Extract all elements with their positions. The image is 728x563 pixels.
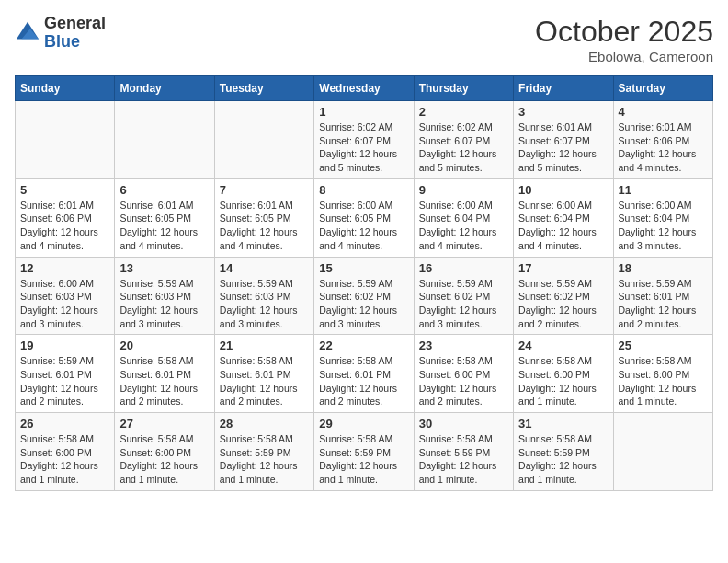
calendar-cell: 11Sunrise: 6:00 AM Sunset: 6:04 PM Dayli… [613, 178, 712, 257]
day-number: 26 [20, 417, 109, 431]
cell-info: Sunrise: 6:01 AM Sunset: 6:05 PM Dayligh… [220, 199, 309, 253]
week-row-2: 5Sunrise: 6:01 AM Sunset: 6:06 PM Daylig… [16, 178, 713, 257]
day-number: 25 [619, 339, 708, 352]
week-row-5: 26Sunrise: 5:58 AM Sunset: 6:00 PM Dayli… [16, 413, 713, 491]
calendar-cell: 9Sunrise: 6:00 AM Sunset: 6:04 PM Daylig… [414, 178, 513, 257]
cell-info: Sunrise: 6:01 AM Sunset: 6:06 PM Dayligh… [20, 199, 109, 253]
weekday-header-sunday: Sunday [16, 76, 115, 101]
calendar-table: SundayMondayTuesdayWednesdayThursdayFrid… [15, 75, 713, 491]
calendar-cell: 23Sunrise: 5:58 AM Sunset: 6:00 PM Dayli… [414, 335, 513, 413]
calendar-cell: 10Sunrise: 6:00 AM Sunset: 6:04 PM Dayli… [514, 178, 613, 257]
calendar-cell [16, 101, 115, 179]
cell-info: Sunrise: 6:01 AM Sunset: 6:06 PM Dayligh… [619, 121, 708, 175]
cell-info: Sunrise: 5:59 AM Sunset: 6:02 PM Dayligh… [518, 277, 608, 331]
day-number: 24 [518, 339, 608, 352]
calendar-cell: 2Sunrise: 6:02 AM Sunset: 6:07 PM Daylig… [414, 101, 513, 179]
day-number: 1 [319, 105, 408, 119]
day-number: 11 [619, 183, 708, 197]
day-number: 13 [119, 261, 209, 275]
weekday-header-row: SundayMondayTuesdayWednesdayThursdayFrid… [16, 76, 713, 101]
weekday-header-monday: Monday [115, 76, 214, 101]
day-number: 21 [220, 339, 309, 352]
calendar-cell: 17Sunrise: 5:59 AM Sunset: 6:02 PM Dayli… [514, 257, 613, 335]
title-block: October 2025 Ebolowa, Cameroon [535, 15, 713, 64]
weekday-header-friday: Friday [514, 76, 613, 101]
cell-info: Sunrise: 6:02 AM Sunset: 6:07 PM Dayligh… [419, 121, 508, 175]
logo: General Blue [15, 15, 106, 52]
day-number: 31 [518, 417, 608, 431]
day-number: 5 [20, 183, 109, 197]
cell-info: Sunrise: 5:58 AM Sunset: 6:01 PM Dayligh… [319, 354, 408, 408]
day-number: 9 [419, 183, 508, 197]
logo-icon [15, 20, 40, 46]
calendar-cell: 21Sunrise: 5:58 AM Sunset: 6:01 PM Dayli… [214, 335, 313, 413]
calendar-cell: 26Sunrise: 5:58 AM Sunset: 6:00 PM Dayli… [16, 413, 115, 491]
day-number: 28 [220, 417, 309, 431]
cell-info: Sunrise: 6:01 AM Sunset: 6:07 PM Dayligh… [518, 121, 608, 175]
calendar-cell: 15Sunrise: 5:59 AM Sunset: 6:02 PM Dayli… [314, 257, 414, 335]
calendar-cell: 31Sunrise: 5:58 AM Sunset: 5:59 PM Dayli… [514, 413, 613, 491]
day-number: 7 [220, 183, 309, 197]
calendar-cell: 1Sunrise: 6:02 AM Sunset: 6:07 PM Daylig… [314, 101, 414, 179]
day-number: 23 [419, 339, 508, 352]
cell-info: Sunrise: 6:01 AM Sunset: 6:05 PM Dayligh… [119, 199, 209, 253]
week-row-4: 19Sunrise: 5:59 AM Sunset: 6:01 PM Dayli… [16, 335, 713, 413]
cell-info: Sunrise: 6:02 AM Sunset: 6:07 PM Dayligh… [319, 121, 408, 175]
day-number: 4 [619, 105, 708, 119]
cell-info: Sunrise: 5:58 AM Sunset: 5:59 PM Dayligh… [220, 432, 309, 487]
page-header: General Blue October 2025 Ebolowa, Camer… [15, 15, 713, 64]
cell-info: Sunrise: 5:58 AM Sunset: 6:00 PM Dayligh… [619, 354, 708, 408]
calendar-cell: 22Sunrise: 5:58 AM Sunset: 6:01 PM Dayli… [314, 335, 414, 413]
cell-info: Sunrise: 5:59 AM Sunset: 6:03 PM Dayligh… [220, 277, 309, 331]
day-number: 27 [119, 417, 209, 431]
calendar-cell: 20Sunrise: 5:58 AM Sunset: 6:01 PM Dayli… [115, 335, 214, 413]
calendar-cell [613, 413, 712, 491]
cell-info: Sunrise: 5:58 AM Sunset: 6:00 PM Dayligh… [119, 432, 209, 487]
calendar-cell: 14Sunrise: 5:59 AM Sunset: 6:03 PM Dayli… [214, 257, 313, 335]
cell-info: Sunrise: 6:00 AM Sunset: 6:05 PM Dayligh… [319, 199, 408, 253]
calendar-cell: 5Sunrise: 6:01 AM Sunset: 6:06 PM Daylig… [16, 178, 115, 257]
day-number: 20 [119, 339, 209, 352]
cell-info: Sunrise: 5:59 AM Sunset: 6:01 PM Dayligh… [619, 277, 708, 331]
day-number: 19 [20, 339, 109, 352]
day-number: 15 [319, 261, 408, 275]
cell-info: Sunrise: 6:00 AM Sunset: 6:04 PM Dayligh… [419, 199, 508, 253]
calendar-cell: 7Sunrise: 6:01 AM Sunset: 6:05 PM Daylig… [214, 178, 313, 257]
day-number: 6 [119, 183, 209, 197]
day-number: 30 [419, 417, 508, 431]
cell-info: Sunrise: 5:58 AM Sunset: 5:59 PM Dayligh… [319, 432, 408, 487]
day-number: 3 [518, 105, 608, 119]
cell-info: Sunrise: 5:58 AM Sunset: 5:59 PM Dayligh… [419, 432, 508, 487]
calendar-cell: 24Sunrise: 5:58 AM Sunset: 6:00 PM Dayli… [514, 335, 613, 413]
logo-blue-text: Blue [44, 32, 80, 51]
day-number: 16 [419, 261, 508, 275]
month-title: October 2025 [535, 15, 713, 49]
cell-info: Sunrise: 5:59 AM Sunset: 6:01 PM Dayligh… [20, 354, 109, 408]
calendar-cell: 3Sunrise: 6:01 AM Sunset: 6:07 PM Daylig… [514, 101, 613, 179]
calendar-cell: 29Sunrise: 5:58 AM Sunset: 5:59 PM Dayli… [314, 413, 414, 491]
calendar-cell: 19Sunrise: 5:59 AM Sunset: 6:01 PM Dayli… [16, 335, 115, 413]
calendar-cell: 28Sunrise: 5:58 AM Sunset: 5:59 PM Dayli… [214, 413, 313, 491]
calendar-cell: 13Sunrise: 5:59 AM Sunset: 6:03 PM Dayli… [115, 257, 214, 335]
calendar-cell [214, 101, 313, 179]
day-number: 14 [220, 261, 309, 275]
cell-info: Sunrise: 6:00 AM Sunset: 6:03 PM Dayligh… [20, 277, 109, 331]
calendar-cell: 12Sunrise: 6:00 AM Sunset: 6:03 PM Dayli… [16, 257, 115, 335]
calendar-cell: 6Sunrise: 6:01 AM Sunset: 6:05 PM Daylig… [115, 178, 214, 257]
day-number: 12 [20, 261, 109, 275]
week-row-1: 1Sunrise: 6:02 AM Sunset: 6:07 PM Daylig… [16, 101, 713, 179]
calendar-cell: 16Sunrise: 5:59 AM Sunset: 6:02 PM Dayli… [414, 257, 513, 335]
cell-info: Sunrise: 5:58 AM Sunset: 6:00 PM Dayligh… [20, 432, 109, 487]
calendar-cell: 8Sunrise: 6:00 AM Sunset: 6:05 PM Daylig… [314, 178, 414, 257]
weekday-header-thursday: Thursday [414, 76, 513, 101]
day-number: 17 [518, 261, 608, 275]
day-number: 29 [319, 417, 408, 431]
day-number: 10 [518, 183, 608, 197]
day-number: 22 [319, 339, 408, 352]
weekday-header-tuesday: Tuesday [214, 76, 313, 101]
cell-info: Sunrise: 5:58 AM Sunset: 6:00 PM Dayligh… [518, 354, 608, 408]
week-row-3: 12Sunrise: 6:00 AM Sunset: 6:03 PM Dayli… [16, 257, 713, 335]
calendar-cell: 27Sunrise: 5:58 AM Sunset: 6:00 PM Dayli… [115, 413, 214, 491]
logo-general-text: General [44, 14, 106, 32]
day-number: 2 [419, 105, 508, 119]
